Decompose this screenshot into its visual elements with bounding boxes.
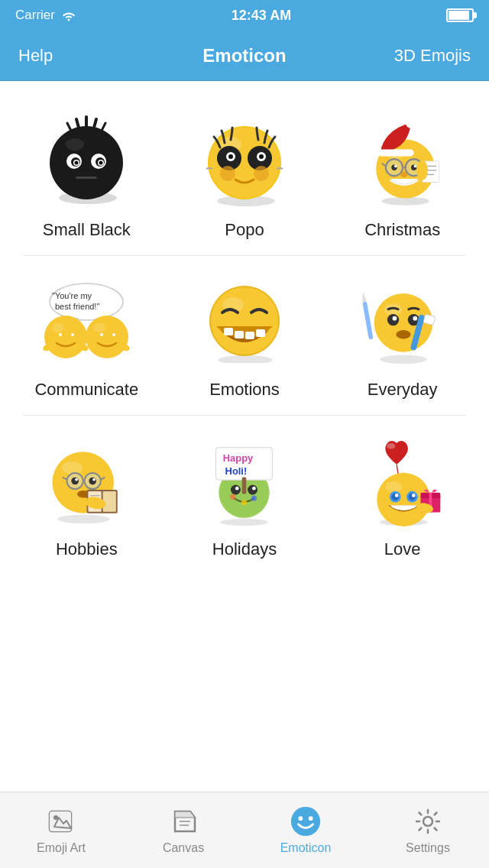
svg-rect-32	[377, 149, 414, 156]
emoji-image-emotions	[195, 271, 294, 371]
svg-marker-89	[361, 291, 367, 302]
svg-point-84	[413, 316, 417, 320]
emoji-cell-holidays[interactable]: Happy Holi! Holidays	[166, 416, 324, 575]
emoji-image-love	[353, 431, 452, 530]
emoji-image-holidays: Happy Holi!	[195, 431, 294, 530]
carrier-label: Carrier	[15, 8, 55, 23]
svg-point-122	[251, 495, 257, 500]
emoji-image-christmas	[353, 112, 452, 211]
emoji-grid: Small Black	[0, 81, 489, 582]
svg-point-133	[412, 494, 416, 497]
tab-emoji-art-icon	[45, 805, 77, 837]
emoji-label-emotions: Emotions	[209, 380, 280, 400]
emoji-label-holidays: Holidays	[212, 539, 277, 559]
tab-settings-label: Settings	[406, 841, 450, 855]
svg-text:Happy: Happy	[223, 452, 254, 464]
tab-canvas-icon	[167, 805, 199, 837]
svg-point-125	[387, 443, 395, 449]
svg-point-55	[44, 316, 87, 358]
svg-text:best friend!": best friend!"	[55, 302, 99, 311]
nav-bar: Help Emoticon 3D Emojis	[0, 31, 489, 81]
svg-point-1	[50, 126, 123, 199]
emoji-image-communicate: "You're my best friend!"	[37, 271, 136, 371]
svg-line-6	[67, 123, 71, 131]
svg-point-92	[62, 461, 83, 474]
emoji-label-love: Love	[384, 539, 421, 559]
svg-rect-120	[242, 477, 247, 494]
svg-point-23	[228, 154, 233, 159]
svg-point-64	[93, 323, 105, 332]
carrier-wifi: Carrier	[15, 8, 76, 23]
svg-point-132	[395, 494, 399, 497]
svg-point-116	[253, 487, 257, 491]
status-bar: Carrier 12:43 AM	[0, 0, 489, 31]
popo-svg	[199, 115, 290, 207]
emoji-cell-hobbies[interactable]: Hobbies	[8, 416, 166, 575]
svg-point-146	[309, 816, 313, 821]
svg-point-113	[231, 485, 241, 495]
svg-point-123	[241, 500, 247, 505]
svg-point-15	[99, 161, 103, 165]
nav-help-button[interactable]: Help	[18, 46, 169, 66]
tab-bar: Emoji Art Canvas Emoticon	[0, 792, 489, 868]
tab-settings-icon	[412, 805, 444, 837]
svg-point-28	[254, 166, 269, 181]
svg-point-59	[59, 333, 62, 336]
svg-line-3	[76, 119, 79, 128]
svg-point-80	[384, 303, 402, 315]
svg-point-99	[89, 477, 96, 484]
svg-point-26	[259, 154, 264, 159]
emoji-cell-christmas[interactable]: Christmas	[323, 96, 481, 255]
emoji-label-small-black: Small Black	[43, 220, 131, 240]
tab-emoji-art[interactable]: Emoji Art	[0, 798, 122, 863]
everyday-svg	[353, 277, 452, 365]
svg-line-7	[102, 123, 105, 131]
svg-point-43	[394, 165, 397, 168]
svg-point-2	[66, 138, 84, 151]
svg-point-145	[298, 816, 303, 821]
svg-point-56	[52, 323, 64, 332]
svg-point-110	[221, 519, 269, 526]
emoji-cell-popo[interactable]: Popo	[166, 96, 324, 255]
svg-point-27	[220, 166, 235, 181]
tab-canvas-label: Canvas	[163, 841, 204, 855]
nav-3d-emojis-button[interactable]: 3D Emojis	[320, 46, 471, 66]
emoji-image-small-black	[37, 112, 136, 211]
hobbies-svg	[43, 437, 131, 525]
svg-rect-88	[362, 301, 373, 339]
svg-point-127	[386, 481, 403, 493]
emoji-image-hobbies	[37, 431, 136, 530]
emoji-cell-everyday[interactable]: Everyday	[323, 256, 481, 415]
emoji-cell-love[interactable]: Love	[323, 416, 481, 575]
emoji-cell-communicate[interactable]: "You're my best friend!"	[8, 256, 166, 415]
svg-point-115	[235, 487, 239, 491]
svg-point-101	[92, 478, 96, 481]
svg-rect-76	[245, 332, 254, 339]
tab-emoticon[interactable]: Emoticon	[244, 798, 367, 863]
emotions-svg	[202, 279, 287, 363]
tab-emoji-art-label: Emoji Art	[37, 841, 86, 855]
svg-point-63	[86, 316, 128, 358]
svg-point-78	[380, 355, 426, 364]
svg-rect-77	[256, 329, 265, 337]
svg-point-70	[218, 355, 273, 363]
emoji-label-hobbies: Hobbies	[56, 539, 118, 559]
tab-settings[interactable]: Settings	[367, 798, 489, 863]
emoji-cell-small-black[interactable]: Small Black	[8, 96, 166, 255]
emoji-cell-emotions[interactable]: Emotions	[166, 256, 324, 415]
svg-rect-75	[235, 331, 244, 338]
emoji-image-everyday	[353, 271, 452, 371]
svg-point-11	[75, 161, 79, 165]
svg-point-79	[374, 293, 432, 352]
svg-point-83	[392, 316, 397, 320]
svg-rect-74	[224, 328, 233, 335]
tab-emoticon-label: Emoticon	[280, 841, 332, 855]
tab-canvas[interactable]: Canvas	[122, 798, 244, 863]
battery-icon	[446, 8, 474, 22]
svg-point-141	[53, 815, 58, 820]
love-svg	[358, 435, 446, 526]
svg-point-68	[112, 333, 115, 336]
emoji-label-christmas: Christmas	[364, 220, 440, 240]
emoji-label-everyday: Everyday	[368, 380, 438, 400]
svg-point-114	[248, 485, 258, 495]
